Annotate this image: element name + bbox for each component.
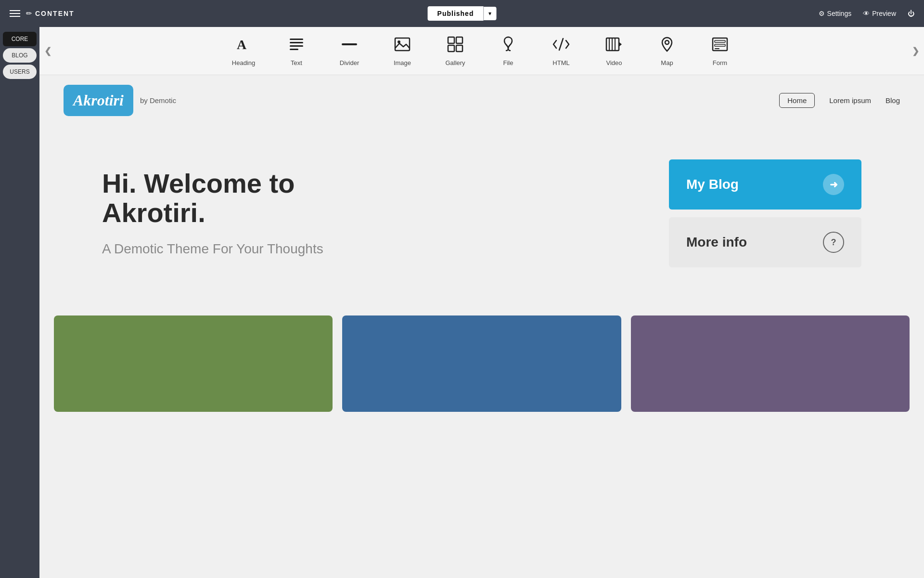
toolbar-label-video: Video <box>606 59 622 66</box>
toolbar-label-divider: Divider <box>340 59 359 66</box>
preview-icon: 👁 <box>863 10 870 17</box>
preview-button[interactable]: 👁 Preview <box>863 10 896 17</box>
sidebar-item-blog[interactable]: BLOG <box>3 48 37 63</box>
svg-rect-1 <box>290 39 303 40</box>
power-icon: ⏻ <box>908 10 914 17</box>
main-content: Akrotiri by Demotic Home Lorem ipsum Blo… <box>39 75 924 421</box>
toolbar-label-image: Image <box>394 59 411 66</box>
more-info-question-icon: ? <box>823 232 844 253</box>
settings-button[interactable]: ⚙ Settings <box>819 10 852 17</box>
toolbar-item-image[interactable]: Image <box>376 29 429 73</box>
nav-item-blog[interactable]: Blog <box>886 96 900 105</box>
card-blue[interactable] <box>342 315 621 412</box>
image-icon <box>394 36 411 55</box>
html-icon <box>552 36 570 55</box>
svg-rect-8 <box>448 37 454 43</box>
video-icon <box>605 36 623 55</box>
svg-rect-9 <box>456 37 462 43</box>
form-icon <box>711 36 729 55</box>
toolbar-item-heading[interactable]: A Heading <box>217 29 270 73</box>
svg-rect-10 <box>448 45 454 52</box>
toolbar-label-form: Form <box>713 59 727 66</box>
site-logo-area: Akrotiri by Demotic <box>64 85 176 116</box>
my-blog-button[interactable]: My Blog ➜ <box>669 159 861 210</box>
nav-item-home[interactable]: Home <box>779 93 815 108</box>
svg-rect-4 <box>290 49 298 50</box>
svg-rect-11 <box>456 45 462 52</box>
hamburger-menu[interactable] <box>10 10 20 17</box>
file-icon <box>500 36 517 55</box>
toolbar-item-gallery[interactable]: Gallery <box>429 29 482 73</box>
toolbar-item-divider[interactable]: Divider <box>323 29 376 73</box>
power-button[interactable]: ⏻ <box>908 10 914 17</box>
svg-rect-5 <box>342 43 357 45</box>
svg-rect-19 <box>715 40 725 42</box>
svg-line-12 <box>559 39 563 50</box>
toolbar-arrow-left[interactable]: ❮ <box>44 46 51 56</box>
svg-point-17 <box>665 40 669 44</box>
svg-rect-6 <box>395 38 410 51</box>
hero-left: Hi. Welcome to Akrotiri. A Demotic Theme… <box>102 169 367 258</box>
svg-text:A: A <box>237 37 247 52</box>
topbar-title: ✏ CONTENT <box>26 9 75 18</box>
toolbar-label-file: File <box>503 59 513 66</box>
toolbar-items: A Heading Text Divider <box>59 29 905 73</box>
toolbar-arrow-right[interactable]: ❯ <box>912 46 919 56</box>
hero-right: My Blog ➜ More info ? <box>669 159 861 267</box>
svg-rect-20 <box>715 44 725 46</box>
publish-area: Published ▾ <box>428 6 497 21</box>
map-icon <box>658 36 676 55</box>
site-logo: Akrotiri <box>64 85 133 116</box>
cards-row <box>54 315 910 412</box>
more-info-button[interactable]: More info ? <box>669 217 861 267</box>
site-nav: Home Lorem ipsum Blog <box>779 93 900 108</box>
hero-subtitle: A Demotic Theme For Your Thoughts <box>102 239 367 258</box>
toolbar-item-html[interactable]: HTML <box>535 29 588 73</box>
toolbar-item-form[interactable]: Form <box>693 29 746 73</box>
toolbar-item-text[interactable]: Text <box>270 29 323 73</box>
text-icon <box>288 36 305 55</box>
toolbar-label-map: Map <box>661 59 673 66</box>
hero-title: Hi. Welcome to Akrotiri. <box>102 169 367 228</box>
my-blog-label: My Blog <box>686 177 739 192</box>
site-header: Akrotiri by Demotic Home Lorem ipsum Blo… <box>54 85 910 116</box>
publish-button[interactable]: Published <box>428 6 484 21</box>
toolbar-label-heading: Heading <box>232 59 255 66</box>
toolbar-item-map[interactable]: Map <box>641 29 693 73</box>
sidebar: CORE BLOG USERS <box>0 27 39 578</box>
toolbar-label-text: Text <box>291 59 302 66</box>
gallery-icon <box>447 36 464 55</box>
edit-icon: ✏ <box>26 9 32 18</box>
heading-icon: A <box>235 36 252 55</box>
toolbar-item-video[interactable]: Video <box>588 29 641 73</box>
sidebar-item-core[interactable]: CORE <box>3 32 37 46</box>
toolbar-item-file[interactable]: File <box>482 29 535 73</box>
svg-point-7 <box>398 40 400 43</box>
divider-icon <box>341 36 358 55</box>
hero-section: Hi. Welcome to Akrotiri. A Demotic Theme… <box>54 121 910 306</box>
topbar: ✏ CONTENT Published ▾ ⚙ Settings 👁 Previ… <box>0 0 924 27</box>
content-toolbar: ❮ A Heading Text Divider <box>39 27 924 75</box>
svg-rect-2 <box>290 42 303 43</box>
more-info-label: More info <box>686 235 747 250</box>
toolbar-label-html: HTML <box>552 59 569 66</box>
card-purple[interactable] <box>631 315 910 412</box>
svg-rect-3 <box>290 45 303 47</box>
topbar-right: ⚙ Settings 👁 Preview ⏻ <box>819 10 914 17</box>
sidebar-item-users[interactable]: USERS <box>3 65 37 79</box>
settings-icon: ⚙ <box>819 10 825 17</box>
publish-dropdown-button[interactable]: ▾ <box>483 7 496 20</box>
nav-item-lorem[interactable]: Lorem ipsum <box>829 96 871 105</box>
topbar-left: ✏ CONTENT <box>10 9 75 18</box>
card-green[interactable] <box>54 315 333 412</box>
site-by-text: by Demotic <box>140 96 176 105</box>
toolbar-label-gallery: Gallery <box>445 59 465 66</box>
svg-rect-21 <box>715 48 719 49</box>
my-blog-arrow-icon: ➜ <box>823 174 844 195</box>
